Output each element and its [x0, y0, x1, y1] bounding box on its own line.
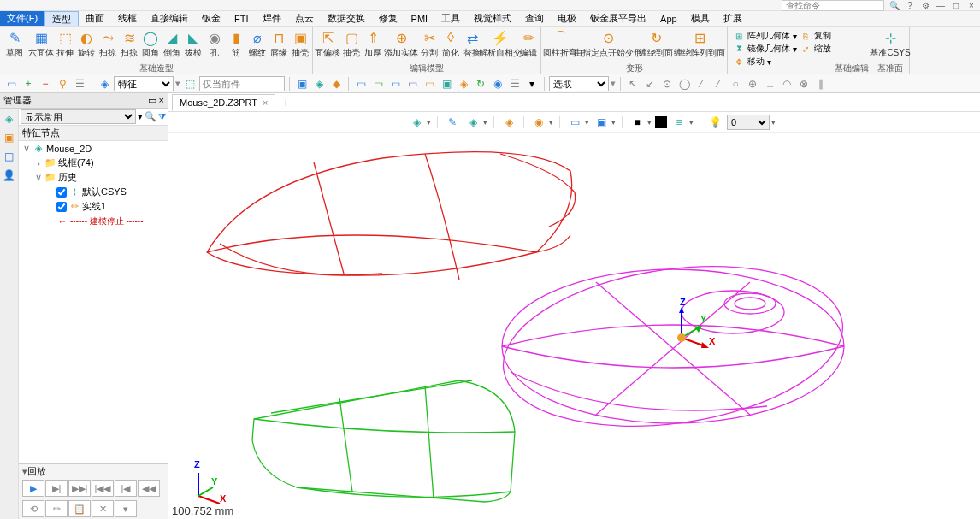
tb-icon-7[interactable]: ▭ [404, 76, 420, 91]
filter-icon[interactable]: ⚲ [55, 76, 70, 91]
vt-icon-5[interactable]: ◉ [530, 114, 547, 131]
current-only-icon[interactable]: ⬚ [182, 76, 198, 91]
vt-color-icon[interactable]: ■ [629, 114, 646, 131]
menu-tab-data-exchange[interactable]: 数据交换 [321, 11, 372, 26]
search-icon[interactable]: 🔍 [889, 0, 900, 10]
hole-button[interactable]: ◉孔 [204, 28, 225, 62]
draft-button[interactable]: ◣拔模 [183, 28, 204, 62]
vt-icon-6[interactable]: ▭ [566, 114, 583, 131]
tree-combo-drop-icon[interactable]: ▾ [138, 111, 143, 122]
tree-csys-node[interactable]: ⊹默认CSYS [19, 185, 168, 199]
loft-button[interactable]: ≋扫掠 [119, 28, 139, 62]
vt-icon-2[interactable]: ✎ [444, 114, 461, 131]
close-button[interactable]: × [966, 0, 977, 10]
add-body-button[interactable]: ⊕添加实体 [384, 28, 418, 62]
list-icon[interactable]: ☰ [72, 76, 87, 91]
mirror-button[interactable]: ⧗镜像几何体▾⤢缩放 [733, 43, 831, 55]
resolve-button[interactable]: ⚡解析自相交 [483, 28, 517, 62]
menu-tab-repair[interactable]: 修复 [372, 11, 404, 26]
box-button[interactable]: ▦六面体 [28, 28, 54, 62]
tab-views-icon[interactable]: ◫ [0, 148, 17, 165]
menu-file[interactable]: 文件(F) [0, 11, 44, 26]
tab-assets-icon[interactable]: ▣ [0, 129, 17, 146]
menu-tab-query[interactable]: 查询 [518, 11, 551, 26]
vt-icon-3[interactable]: ◈ [464, 114, 481, 131]
point-deform-button[interactable]: ⊙由指定点开始变形 [578, 28, 638, 62]
tb-icon-13[interactable]: ☰ [507, 76, 522, 91]
tb-icon-9[interactable]: ▣ [439, 76, 454, 91]
datum-csys-button[interactable]: ⊹基准CSYS [873, 28, 907, 62]
snap-2-icon[interactable]: ↙ [642, 76, 658, 91]
rewind-button[interactable]: ◀◀ [138, 480, 160, 497]
tb-icon-4[interactable]: ▭ [353, 76, 369, 91]
drop-button[interactable]: ▾ [115, 500, 137, 517]
thicken-button[interactable]: ⇑加厚 [363, 28, 383, 62]
sketch-checkbox[interactable] [56, 202, 67, 212]
tb-icon-1[interactable]: ▣ [294, 76, 310, 91]
vt-icon-4[interactable]: ◈ [500, 114, 517, 131]
tree-sketch-node[interactable]: ✏实线1 [19, 199, 168, 214]
vt-icon-1[interactable]: ◈ [408, 114, 425, 131]
menu-tab-visual[interactable]: 视觉样式 [467, 11, 518, 26]
lip-button[interactable]: ⊓唇缘 [269, 28, 289, 62]
menu-tab-sheetmetal[interactable]: 钣金 [195, 11, 227, 26]
menu-tab-flatten[interactable]: 钣金展平导出 [583, 11, 653, 26]
document-tab[interactable]: Mouse_2D.Z3PRT × [172, 94, 275, 111]
snap-1-icon[interactable]: ↖ [625, 76, 641, 91]
tree-display-combo[interactable]: 显示常用 [21, 109, 136, 124]
snap-10-icon[interactable]: ◠ [779, 76, 794, 91]
settings-icon[interactable]: ⚙ [920, 0, 930, 10]
offset-face-button[interactable]: ⇱面偏移 [315, 28, 340, 62]
dock-close-icon[interactable]: ▭ × [148, 95, 164, 106]
shell-button[interactable]: ▣抽壳 [290, 28, 310, 62]
shell2-button[interactable]: ▢抽壳 [341, 28, 362, 62]
pattern-button[interactable]: ⊞阵列几何体▾⎘复制 [733, 30, 831, 42]
snap-7-icon[interactable]: ○ [728, 76, 743, 91]
tb-icon-6[interactable]: ▭ [387, 76, 403, 91]
snap-6-icon[interactable]: ∕ [711, 76, 726, 91]
menu-tab-pointcloud[interactable]: 点云 [288, 11, 321, 26]
menu-tab-electrode[interactable]: 电极 [551, 11, 583, 26]
cube-icon[interactable]: ◈ [97, 76, 112, 91]
select-icon[interactable]: ▭ [3, 76, 19, 91]
thread-button[interactable]: ⌀螺纹 [247, 28, 268, 62]
revolve-button[interactable]: ◐旋转 [76, 28, 97, 62]
filter-combo[interactable]: 特征 [114, 76, 174, 91]
vt-icon-7[interactable]: ▣ [593, 114, 610, 131]
to-start-button[interactable]: |◀◀ [92, 480, 114, 497]
edit3-button[interactable]: 📋 [68, 500, 91, 517]
tb-icon-8[interactable]: ▭ [422, 76, 437, 91]
maximize-button[interactable]: □ [951, 0, 961, 10]
add-tab-button[interactable]: + [277, 94, 294, 111]
sketch-button[interactable]: ✎草图 [2, 28, 27, 62]
edit2-button[interactable]: ✏ [45, 500, 68, 517]
extrude-button[interactable]: ⬚拉伸 [55, 28, 75, 62]
cylinder-bend-button[interactable]: ⌒圆柱折弯 [543, 28, 577, 62]
tb-icon-12[interactable]: ◉ [490, 76, 505, 91]
delete-button[interactable]: ✕ [92, 500, 114, 517]
menu-tab-app[interactable]: App [653, 11, 684, 26]
snap-4-icon[interactable]: ◯ [676, 76, 692, 91]
to-end-button[interactable]: ▶▶| [68, 480, 91, 497]
menu-tab-modeling[interactable]: 造型 [44, 11, 79, 26]
add-icon[interactable]: + [21, 76, 36, 91]
edit-button[interactable]: ✏编辑 [518, 28, 539, 62]
simplify-button[interactable]: ◊简化 [440, 28, 461, 62]
tb-icon-2[interactable]: ◈ [311, 76, 327, 91]
remove-icon[interactable]: − [38, 76, 53, 91]
split-button[interactable]: ✂分割 [419, 28, 440, 62]
menu-tab-mold[interactable]: 模具 [684, 11, 717, 26]
play-button[interactable]: ▶ [22, 480, 44, 497]
move-button[interactable]: ✥移动▾ [733, 56, 831, 68]
vt-bulb-icon[interactable]: 💡 [706, 114, 723, 131]
menu-tab-weld[interactable]: 焊件 [256, 11, 288, 26]
layer-combo[interactable]: 0 [727, 115, 770, 130]
chamfer-button[interactable]: ◢倒角 [162, 28, 182, 62]
step-fwd-button[interactable]: ▶| [45, 480, 68, 497]
tb-icon-5[interactable]: ▭ [370, 76, 386, 91]
csys-checkbox[interactable] [56, 187, 67, 198]
menu-tab-pmi[interactable]: PMI [404, 11, 435, 26]
tab-close-icon[interactable]: × [263, 97, 268, 108]
wrap-to-face-button[interactable]: ↻缠绕到面 [639, 28, 673, 62]
viewport-canvas[interactable]: Z Y X Z Y X 100.752 mm [168, 133, 980, 519]
